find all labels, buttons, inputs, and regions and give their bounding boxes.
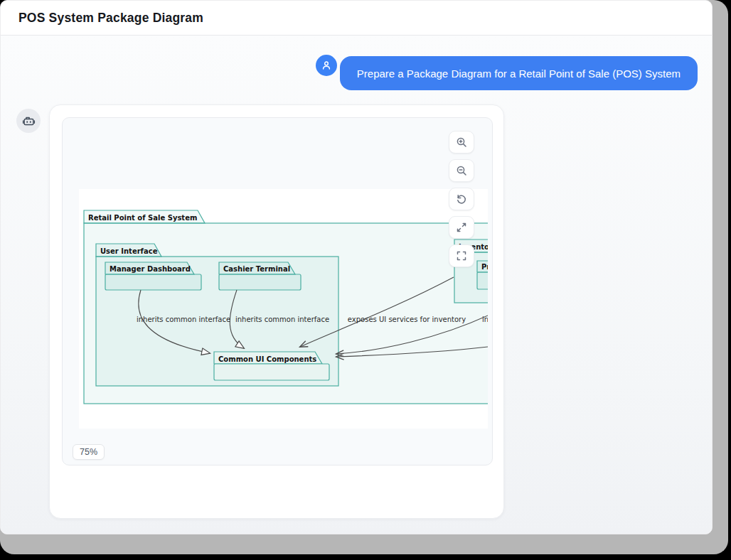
edge-label: inherits common interface xyxy=(235,316,329,323)
package-label: Retail Point of Sale System xyxy=(88,214,197,222)
zoom-in-button[interactable] xyxy=(449,131,474,154)
rotate-ccw-icon xyxy=(456,193,467,205)
diagram-canvas[interactable]: Retail Point of Sale System User Interfa… xyxy=(62,117,493,465)
app-window: POS System Package Diagram Prepare a Pac… xyxy=(0,0,713,534)
package-label: Common UI Components xyxy=(218,355,316,363)
zoom-out-button[interactable] xyxy=(449,159,474,182)
person-icon xyxy=(321,60,332,71)
screen-background: POS System Package Diagram Prepare a Pac… xyxy=(0,0,731,560)
edge-label: in xyxy=(482,316,488,323)
package-label: Manager Dashboard xyxy=(110,265,191,273)
package-label: User Interface xyxy=(100,247,158,255)
diagram-card: Retail Point of Sale System User Interfa… xyxy=(49,104,504,519)
expand-button[interactable] xyxy=(449,216,474,239)
package-label: Cashier Terminal xyxy=(223,265,290,273)
page-title: POS System Package Diagram xyxy=(18,11,203,26)
user-avatar xyxy=(316,55,337,76)
bot-avatar xyxy=(16,109,41,133)
fit-screen-icon xyxy=(456,250,467,262)
robot-icon xyxy=(22,114,36,128)
maximize-icon xyxy=(456,222,467,233)
edge-label: exposes UI services for inventory xyxy=(348,316,466,323)
magnifier-plus-icon xyxy=(456,136,467,148)
user-message-bubble: Prepare a Package Diagram for a Retail P… xyxy=(340,56,698,90)
package-label: Pr xyxy=(481,263,488,271)
edge-label: inherits common interface xyxy=(137,316,230,323)
package-diagram: Retail Point of Sale System User Interfa… xyxy=(79,189,488,429)
zoom-controls xyxy=(449,131,474,267)
zoom-level-badge: 75% xyxy=(73,444,105,460)
main-content: Prepare a Package Diagram for a Retail P… xyxy=(1,36,712,534)
reset-view-button[interactable] xyxy=(449,188,474,210)
magnifier-minus-icon xyxy=(456,165,467,176)
fit-view-button[interactable] xyxy=(449,244,474,267)
app-header: POS System Package Diagram xyxy=(1,1,712,36)
